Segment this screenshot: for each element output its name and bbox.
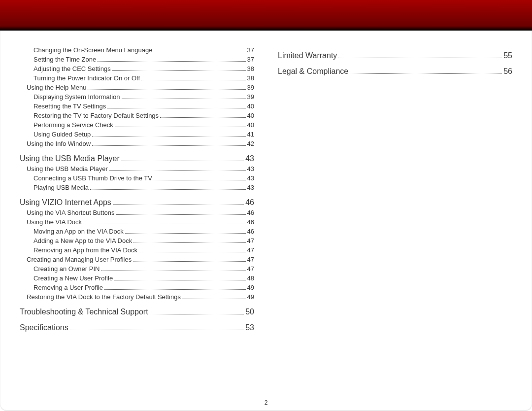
toc-entry-page: 46 xyxy=(247,218,254,226)
toc-leader-dots xyxy=(107,108,245,108)
toc-leader-dots xyxy=(154,180,246,180)
toc-entry-page: 50 xyxy=(245,308,254,316)
toc-entry-page: 48 xyxy=(247,274,254,282)
toc-leader-dots xyxy=(338,58,502,58)
toc-entry-page: 43 xyxy=(245,154,254,163)
toc-entry-label: Connecting a USB Thumb Drive to the TV xyxy=(33,174,152,182)
toc-entry-page: 40 xyxy=(247,103,254,110)
toc-entry-page: 55 xyxy=(503,51,512,60)
toc-column-right: Limited Warranty55Legal & Compliance56 xyxy=(278,44,512,391)
toc-leader-dots xyxy=(116,214,246,215)
toc-entry-page: 39 xyxy=(247,93,254,101)
toc-entry-label: Restoring the TV to Factory Default Sett… xyxy=(33,112,159,119)
toc-column-left: Changing the On-Screen Menu Language37Se… xyxy=(20,44,254,391)
toc-entry[interactable]: Restoring the TV to Factory Default Sett… xyxy=(20,112,254,119)
toc-entry[interactable]: Changing the On-Screen Menu Language37 xyxy=(20,46,254,54)
toc-columns: Changing the On-Screen Menu Language37Se… xyxy=(0,31,532,411)
toc-entry[interactable]: Legal & Compliance56 xyxy=(278,67,512,76)
toc-leader-dots xyxy=(92,136,245,137)
toc-entry-page: 41 xyxy=(247,131,254,138)
toc-entry[interactable]: Resetting the TV Settings40 xyxy=(20,103,254,110)
toc-entry-label: Performing a Service Check xyxy=(33,121,113,129)
toc-leader-dots xyxy=(113,205,244,205)
toc-entry[interactable]: Using the Help Menu39 xyxy=(20,84,254,91)
toc-leader-dots xyxy=(182,299,246,299)
toc-entry-page: 46 xyxy=(247,209,254,216)
toc-entry-page: 49 xyxy=(247,293,254,301)
toc-entry-label: Using the USB Media Player xyxy=(27,165,108,172)
toc-entry[interactable]: Removing a User Profile49 xyxy=(20,284,254,291)
toc-entry-page: 47 xyxy=(247,237,254,244)
toc-leader-dots xyxy=(160,117,245,118)
page-number: 2 xyxy=(0,399,532,406)
toc-entry[interactable]: Moving an App on the VIA Dock46 xyxy=(20,228,254,235)
toc-entry-label: Restoring the VIA Dock to the Factory De… xyxy=(27,293,181,301)
toc-leader-dots xyxy=(121,161,244,161)
toc-entry-page: 37 xyxy=(247,56,254,63)
toc-leader-dots xyxy=(112,70,246,71)
toc-entry-page: 49 xyxy=(247,284,254,291)
toc-entry-page: 47 xyxy=(247,265,254,273)
toc-entry-page: 46 xyxy=(247,228,254,235)
toc-entry-page: 56 xyxy=(503,67,512,76)
toc-entry[interactable]: Turning the Power Indicator On or Off38 xyxy=(20,74,254,82)
toc-entry-label: Specifications xyxy=(20,323,68,332)
toc-entry[interactable]: Removing an App from the VIA Dock47 xyxy=(20,246,254,254)
toc-leader-dots xyxy=(139,252,246,252)
toc-entry[interactable]: Creating an Owner PIN47 xyxy=(20,265,254,273)
toc-leader-dots xyxy=(90,189,246,190)
toc-entry-page: 39 xyxy=(247,84,254,91)
toc-entry-page: 40 xyxy=(247,112,254,119)
toc-page: Changing the On-Screen Menu Language37Se… xyxy=(0,31,532,411)
toc-entry-label: Moving an App on the VIA Dock xyxy=(33,228,124,235)
toc-entry-label: Troubleshooting & Technical Support xyxy=(20,308,148,316)
toc-leader-dots xyxy=(350,73,502,74)
toc-entry-label: Adding a New App to the VIA Dock xyxy=(33,237,132,244)
toc-entry-label: Legal & Compliance xyxy=(278,67,348,76)
toc-entry[interactable]: Setting the Time Zone37 xyxy=(20,56,254,63)
toc-leader-dots xyxy=(88,89,245,90)
toc-entry-page: 47 xyxy=(247,246,254,254)
toc-entry-label: Playing USB Media xyxy=(33,184,89,191)
toc-entry[interactable]: Adding a New App to the VIA Dock47 xyxy=(20,237,254,244)
toc-entry-label: Setting the Time Zone xyxy=(33,56,96,63)
toc-leader-dots xyxy=(133,242,245,243)
toc-leader-dots xyxy=(70,330,244,330)
red-header-band xyxy=(0,0,532,31)
toc-entry-page: 43 xyxy=(247,165,254,172)
toc-leader-dots xyxy=(92,145,245,146)
toc-entry[interactable]: Limited Warranty55 xyxy=(278,51,512,60)
toc-leader-dots xyxy=(125,233,246,234)
toc-entry[interactable]: Troubleshooting & Technical Support50 xyxy=(20,308,254,316)
toc-leader-dots xyxy=(104,289,246,290)
toc-entry-label: Using the Help Menu xyxy=(27,84,86,91)
toc-entry[interactable]: Restoring the VIA Dock to the Factory De… xyxy=(20,293,254,301)
toc-entry[interactable]: Using VIZIO Internet Apps46 xyxy=(20,198,254,207)
toc-entry[interactable]: Performing a Service Check40 xyxy=(20,121,254,129)
toc-entry[interactable]: Creating a New User Profile48 xyxy=(20,274,254,282)
toc-entry[interactable]: Using Guided Setup41 xyxy=(20,131,254,138)
toc-leader-dots xyxy=(133,261,245,262)
toc-entry[interactable]: Using the USB Media Player43 xyxy=(20,154,254,163)
toc-entry[interactable]: Connecting a USB Thumb Drive to the TV43 xyxy=(20,174,254,182)
toc-entry-label: Removing a User Profile xyxy=(33,284,103,291)
toc-entry-label: Using the VIA Shortcut Buttons xyxy=(27,209,115,216)
toc-entry-label: Turning the Power Indicator On or Off xyxy=(33,74,140,82)
toc-entry[interactable]: Adjusting the CEC Settings38 xyxy=(20,65,254,72)
toc-entry[interactable]: Playing USB Media43 xyxy=(20,184,254,191)
toc-entry-label: Creating an Owner PIN xyxy=(33,265,100,273)
toc-entry[interactable]: Using the Info Window42 xyxy=(20,140,254,147)
toc-entry[interactable]: Displaying System Information39 xyxy=(20,93,254,101)
toc-entry[interactable]: Using the VIA Dock46 xyxy=(20,218,254,226)
toc-entry-label: Using Guided Setup xyxy=(33,131,91,138)
toc-entry[interactable]: Using the VIA Shortcut Buttons46 xyxy=(20,209,254,216)
toc-entry[interactable]: Using the USB Media Player43 xyxy=(20,165,254,172)
toc-entry-label: Removing an App from the VIA Dock xyxy=(33,246,137,254)
toc-leader-dots xyxy=(115,127,246,127)
toc-entry-label: Resetting the TV Settings xyxy=(33,103,106,110)
toc-entry-page: 43 xyxy=(247,184,254,191)
toc-leader-dots xyxy=(109,171,246,171)
toc-entry-label: Using the USB Media Player xyxy=(20,154,120,163)
toc-entry[interactable]: Specifications53 xyxy=(20,323,254,332)
toc-entry[interactable]: Creating and Managing User Profiles47 xyxy=(20,256,254,263)
